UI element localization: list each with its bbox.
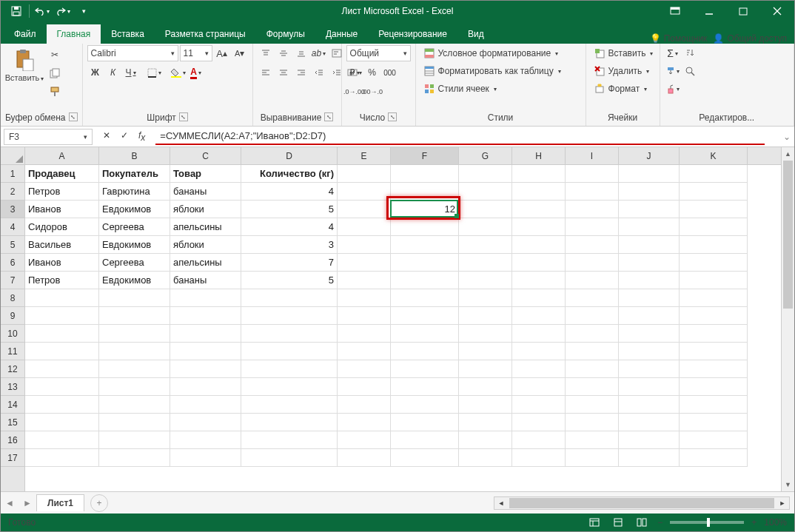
cell[interactable] [459,343,512,360]
cell[interactable] [99,378,170,396]
cell[interactable] [566,414,619,431]
cell[interactable] [512,396,566,414]
row-header-3[interactable]: 3 [1,201,24,218]
cell[interactable]: 5 [241,272,338,289]
cell[interactable] [566,396,619,414]
cell[interactable]: Петров [25,272,99,289]
column-header-D[interactable]: D [241,147,338,164]
borders-button[interactable] [147,64,163,81]
sheet-nav-prev[interactable]: ◄ [1,498,19,508]
align-center-button[interactable] [275,64,292,81]
cell[interactable] [338,360,391,378]
column-header-F[interactable]: F [391,147,459,164]
cell[interactable] [338,254,391,272]
cell[interactable] [619,165,680,183]
cell[interactable] [25,378,99,396]
cell[interactable]: Васильев [25,236,99,254]
cell[interactable] [391,396,459,414]
row-header-17[interactable]: 17 [1,449,24,467]
cell[interactable] [619,325,680,343]
cell[interactable] [241,378,338,396]
cell[interactable] [99,414,170,431]
row-header-7[interactable]: 7 [1,272,24,289]
cell[interactable] [338,396,391,414]
cell[interactable] [512,343,566,360]
row-header-4[interactable]: 4 [1,218,24,236]
cell[interactable] [391,272,459,289]
format-cells-button[interactable]: Формат [591,81,651,97]
cell-grid[interactable]: ПродавецПокупательТоварКоличество (кг)Пе… [25,165,781,491]
cell[interactable] [338,414,391,431]
cell[interactable] [619,414,680,431]
tab-home[interactable]: Главная [47,24,101,44]
cell[interactable] [459,165,512,183]
cell[interactable] [566,431,619,449]
cell[interactable]: Сергеева [99,254,170,272]
cell[interactable] [391,183,459,201]
zoom-in-button[interactable]: + [751,517,757,528]
cell[interactable] [338,449,391,467]
qat-customize-icon[interactable]: ▾ [74,2,93,20]
cell[interactable] [241,343,338,360]
cell[interactable] [338,307,391,325]
cell[interactable] [170,449,241,467]
cell[interactable] [391,325,459,343]
cell[interactable] [619,272,680,289]
cell[interactable] [241,325,338,343]
decrease-indent-button[interactable] [311,64,327,81]
close-button[interactable] [760,1,794,21]
cell[interactable] [241,431,338,449]
cell[interactable] [170,307,241,325]
cell[interactable] [99,396,170,414]
zoom-value[interactable]: 100% [764,517,787,528]
share-button[interactable]: 👤 Общий доступ [713,33,787,44]
cell[interactable] [680,360,748,378]
cell[interactable] [512,236,566,254]
cell[interactable] [25,449,99,467]
column-header-C[interactable]: C [170,147,241,164]
delete-cells-button[interactable]: Удалить [591,63,653,79]
row-header-1[interactable]: 1 [1,165,24,183]
cell[interactable] [619,343,680,360]
cell[interactable] [170,360,241,378]
cell[interactable] [170,378,241,396]
cell[interactable] [338,201,391,218]
select-all-corner[interactable] [1,147,25,165]
cell[interactable] [680,165,748,183]
bold-button[interactable]: Ж [87,64,104,81]
row-header-15[interactable]: 15 [1,414,24,431]
cell[interactable] [680,201,748,218]
cell[interactable] [459,325,512,343]
scroll-up-icon[interactable]: ▲ [782,147,794,161]
cell[interactable] [512,218,566,236]
cell[interactable] [338,431,391,449]
underline-button[interactable]: Ч [123,64,139,81]
cell[interactable] [680,431,748,449]
cell[interactable] [459,218,512,236]
cell[interactable] [391,343,459,360]
percent-button[interactable]: % [364,64,380,81]
cell[interactable] [566,325,619,343]
cell[interactable] [459,414,512,431]
cell[interactable] [99,343,170,360]
row-header-10[interactable]: 10 [1,325,24,343]
copy-button[interactable] [47,65,63,81]
cell[interactable]: апельсины [170,254,241,272]
cell[interactable] [25,431,99,449]
cell[interactable] [680,449,748,467]
cell[interactable] [25,343,99,360]
cell[interactable] [391,378,459,396]
insert-function-icon[interactable]: fx [138,130,145,143]
cell[interactable] [338,325,391,343]
cell[interactable] [680,343,748,360]
cell[interactable] [566,272,619,289]
cell[interactable] [680,254,748,272]
name-box[interactable]: F3▾ [4,129,93,145]
cell[interactable] [512,325,566,343]
row-header-14[interactable]: 14 [1,396,24,414]
cell[interactable] [459,307,512,325]
cell[interactable] [241,396,338,414]
vertical-scrollbar[interactable]: ▲ ▼ [781,147,794,491]
alignment-launcher[interactable]: ⤡ [324,112,333,121]
cell[interactable] [566,254,619,272]
